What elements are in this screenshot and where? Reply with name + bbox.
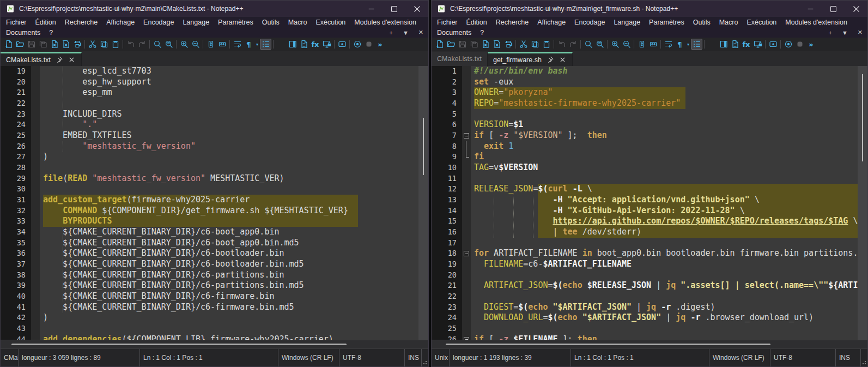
horizontal-scrollbar-thumb[interactable] xyxy=(11,344,347,345)
close-file-icon[interactable] xyxy=(479,39,491,50)
tab-list-button[interactable]: ▼ xyxy=(837,29,853,36)
show-symbols-icon[interactable]: ¶ xyxy=(674,39,685,50)
close-button[interactable] xyxy=(845,1,867,17)
horizontal-scrollbar[interactable] xyxy=(432,340,867,348)
macro-record-icon[interactable] xyxy=(767,39,779,50)
copy-icon[interactable] xyxy=(529,39,541,50)
horizontal-scrollbar[interactable] xyxy=(1,340,428,348)
menu-item-9[interactable]: Exécution xyxy=(742,19,781,26)
vertical-scrollbar[interactable] xyxy=(858,66,867,340)
print-icon[interactable] xyxy=(71,39,83,50)
paste-icon[interactable] xyxy=(541,39,552,50)
new-file-icon[interactable] xyxy=(3,39,14,50)
menu-item-10[interactable]: Modules d'extension xyxy=(781,19,852,26)
resize-grip[interactable] xyxy=(422,349,428,366)
menu-item-0[interactable]: Fichier xyxy=(2,19,31,26)
new-tab-button[interactable]: + xyxy=(823,29,836,36)
menu-item-9[interactable]: Exécution xyxy=(311,19,350,26)
doc-monitor-icon[interactable] xyxy=(321,39,332,50)
paste-icon[interactable] xyxy=(110,39,121,50)
menu-item-8[interactable]: Macro xyxy=(284,19,312,26)
fold-margin[interactable] xyxy=(462,130,471,141)
indent-guides-icon[interactable] xyxy=(260,39,271,50)
menu-item-5[interactable]: Langage xyxy=(178,19,214,26)
maximize-button[interactable] xyxy=(383,1,405,17)
replace-icon[interactable] xyxy=(163,39,174,50)
doc-list-icon[interactable] xyxy=(298,39,309,50)
close-file-icon[interactable] xyxy=(48,39,60,50)
copy-icon[interactable] xyxy=(98,39,110,50)
code-editor[interactable]: 1#!/usr/bin/env bash2set -eux3OWNER="pko… xyxy=(432,66,867,340)
horizontal-scrollbar-thumb[interactable] xyxy=(446,344,770,345)
toolbar-overflow-icon[interactable]: » xyxy=(374,39,386,50)
doc-map-icon[interactable] xyxy=(287,39,298,50)
code-editor[interactable]: 19 esp_lcd_st770320 esp_hw_support21 esp… xyxy=(1,66,428,340)
tab-cmakelists-txt[interactable]: CMakeLists.txt xyxy=(432,52,488,66)
fold-margin[interactable] xyxy=(462,248,471,259)
menu-item-7[interactable]: Outils xyxy=(689,19,715,26)
show-symbols-dropdown-icon[interactable]: ▾ xyxy=(685,39,691,50)
word-wrap-icon[interactable] xyxy=(663,39,674,50)
tab-cmakelists-txt[interactable]: CMakeLists.txt xyxy=(1,52,82,66)
minimize-button[interactable] xyxy=(360,1,383,17)
close-button[interactable] xyxy=(405,1,428,17)
menu-item-2[interactable]: Recherche xyxy=(491,19,533,26)
zoom-out-icon[interactable] xyxy=(190,39,201,50)
menu-item-4[interactable]: Encodage xyxy=(570,19,609,26)
vertical-scrollbar-thumb[interactable] xyxy=(423,118,424,175)
tab-close-icon[interactable] xyxy=(559,56,567,64)
replace-icon[interactable] xyxy=(594,39,605,50)
menu-item-row2-1[interactable]: ? xyxy=(476,29,488,37)
toolbar-overflow-icon[interactable]: » xyxy=(805,39,817,50)
cut-icon[interactable] xyxy=(518,39,529,50)
menu-item-8[interactable]: Macro xyxy=(715,19,743,26)
menu-item-1[interactable]: Édition xyxy=(462,19,491,26)
close-all-icon[interactable] xyxy=(491,39,502,50)
tab-close-icon[interactable] xyxy=(68,56,76,64)
sync-scroll-v-icon[interactable] xyxy=(636,39,647,50)
function-list-icon[interactable] xyxy=(275,39,287,50)
function-completion-icon[interactable]: fx xyxy=(309,39,321,50)
menu-item-10[interactable]: Modules d'extension xyxy=(350,19,421,26)
sync-scroll-v-icon[interactable] xyxy=(205,39,216,50)
function-completion-icon[interactable]: fx xyxy=(740,39,752,50)
close-doc-button[interactable]: ✕ xyxy=(414,29,428,36)
cut-icon[interactable] xyxy=(87,39,98,50)
doc-map-icon[interactable] xyxy=(718,39,729,50)
zoom-out-icon[interactable] xyxy=(621,39,632,50)
menu-item-7[interactable]: Outils xyxy=(258,19,284,26)
menu-item-3[interactable]: Affichage xyxy=(102,19,139,26)
pin-icon[interactable] xyxy=(55,56,63,64)
show-symbols-dropdown-icon[interactable]: ▾ xyxy=(254,39,260,50)
macro-play-icon[interactable] xyxy=(782,39,794,50)
menu-item-row2-0[interactable]: Documents xyxy=(433,29,476,37)
doc-list-icon[interactable] xyxy=(729,39,740,50)
tab-list-button[interactable]: ▼ xyxy=(398,29,414,36)
zoom-in-icon[interactable] xyxy=(178,39,190,50)
find-icon[interactable] xyxy=(151,39,163,50)
open-file-icon[interactable] xyxy=(14,39,26,50)
open-file-icon[interactable] xyxy=(445,39,457,50)
vertical-scrollbar[interactable] xyxy=(418,66,428,340)
fold-margin[interactable] xyxy=(462,334,471,340)
print-icon[interactable] xyxy=(502,39,514,50)
macro-record-icon[interactable] xyxy=(336,39,348,50)
menu-item-1[interactable]: Édition xyxy=(31,19,60,26)
maximize-button[interactable] xyxy=(822,1,845,17)
menu-item-row2-0[interactable]: Documents xyxy=(2,29,45,37)
function-list-icon[interactable] xyxy=(706,39,718,50)
pin-icon[interactable] xyxy=(546,56,554,64)
doc-monitor-icon[interactable] xyxy=(752,39,763,50)
new-file-icon[interactable] xyxy=(434,39,445,50)
close-doc-button[interactable]: ✕ xyxy=(853,29,867,36)
close-all-icon[interactable] xyxy=(60,39,71,50)
word-wrap-icon[interactable] xyxy=(232,39,243,50)
sync-scroll-h-icon[interactable] xyxy=(647,39,659,50)
menu-item-5[interactable]: Langage xyxy=(609,19,645,26)
tab-get-firmware-sh[interactable]: get_firmware.sh xyxy=(488,52,573,66)
find-icon[interactable] xyxy=(582,39,594,50)
zoom-in-icon[interactable] xyxy=(609,39,621,50)
minimize-button[interactable] xyxy=(799,1,822,17)
menu-item-row2-1[interactable]: ? xyxy=(45,29,57,37)
indent-guides-icon[interactable] xyxy=(691,39,702,50)
